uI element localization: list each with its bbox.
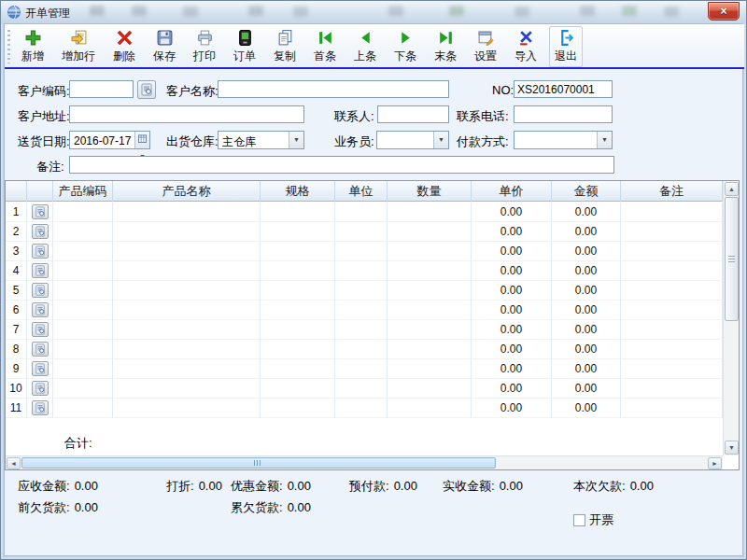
quantity-cell[interactable]	[388, 261, 472, 281]
product-code-cell[interactable]	[53, 340, 113, 359]
customer-name-input[interactable]	[218, 80, 449, 98]
remark-cell[interactable]	[621, 359, 723, 379]
remark-cell[interactable]	[621, 203, 723, 222]
product-name-cell[interactable]	[113, 359, 261, 379]
row-browse-button[interactable]	[32, 400, 49, 415]
unit-price-cell[interactable]: 0.00	[472, 261, 552, 281]
unit-price-cell[interactable]: 0.00	[472, 379, 552, 399]
amount-cell[interactable]: 0.00	[552, 399, 621, 418]
product-code-cell[interactable]	[53, 399, 113, 418]
product-code-cell[interactable]	[53, 320, 113, 340]
amount-cell[interactable]: 0.00	[552, 301, 621, 320]
row-browse-button[interactable]	[32, 263, 49, 278]
payment-method-select[interactable]: ▼	[514, 131, 613, 149]
amount-cell[interactable]: 0.00	[552, 261, 621, 281]
spec-cell[interactable]	[261, 359, 335, 379]
remark-input[interactable]	[69, 156, 614, 174]
toolbar-button-print[interactable]: 打印	[188, 26, 221, 67]
row-browse-button[interactable]	[32, 361, 49, 376]
product-name-cell[interactable]	[113, 281, 261, 301]
row-browse-button[interactable]	[32, 342, 49, 357]
unit-cell[interactable]	[335, 379, 388, 399]
product-code-cell[interactable]	[53, 261, 113, 281]
product-name-cell[interactable]	[113, 320, 261, 340]
spec-cell[interactable]	[261, 320, 335, 340]
row-browse-button[interactable]	[32, 381, 49, 396]
remark-cell[interactable]	[621, 399, 723, 418]
toolbar-button-new[interactable]: 新增	[16, 26, 49, 67]
quantity-cell[interactable]	[388, 399, 472, 418]
remark-cell[interactable]	[621, 301, 723, 320]
product-name-cell[interactable]	[113, 379, 261, 399]
product-code-cell[interactable]	[53, 359, 113, 379]
quantity-cell[interactable]	[388, 340, 472, 359]
customer-lookup-button[interactable]	[137, 80, 156, 99]
chevron-down-icon[interactable]: ▼	[597, 132, 612, 148]
unit-price-cell[interactable]: 0.00	[472, 320, 552, 340]
remark-cell[interactable]	[621, 281, 723, 301]
spec-cell[interactable]	[261, 261, 335, 281]
customer-code-input[interactable]	[69, 80, 134, 98]
spec-cell[interactable]	[261, 379, 335, 399]
remark-cell[interactable]	[621, 242, 723, 261]
toolbar-button-delete[interactable]: 删除	[107, 26, 141, 67]
close-button[interactable]: ×	[708, 2, 740, 21]
horizontal-scroll-thumb[interactable]	[21, 457, 496, 469]
remark-cell[interactable]	[621, 222, 723, 242]
vertical-scroll-thumb[interactable]	[725, 197, 739, 321]
phone-input[interactable]	[514, 105, 613, 123]
toolbar-button-first[interactable]: 首条	[308, 26, 342, 67]
contact-input[interactable]	[377, 105, 449, 123]
remark-cell[interactable]	[621, 340, 723, 359]
unit-cell[interactable]	[335, 242, 388, 261]
unit-cell[interactable]	[335, 281, 388, 301]
amount-cell[interactable]: 0.00	[552, 242, 621, 261]
product-code-cell[interactable]	[53, 222, 113, 242]
toolbar-button-last[interactable]: 末条	[429, 26, 462, 67]
unit-cell[interactable]	[335, 261, 388, 281]
quantity-cell[interactable]	[388, 242, 472, 261]
amount-cell[interactable]: 0.00	[552, 222, 621, 242]
unit-price-cell[interactable]: 0.00	[472, 340, 552, 359]
toolbar-button-save[interactable]: 保存	[148, 26, 181, 67]
unit-price-cell[interactable]: 0.00	[472, 222, 552, 242]
toolbar-button-next[interactable]: 下条	[388, 26, 422, 67]
row-browse-button[interactable]	[32, 224, 49, 239]
spec-cell[interactable]	[261, 301, 335, 320]
row-browse-button[interactable]	[32, 322, 49, 337]
quantity-cell[interactable]	[388, 281, 472, 301]
product-name-cell[interactable]	[113, 399, 261, 418]
row-browse-button[interactable]	[32, 204, 49, 219]
row-browse-button[interactable]	[32, 244, 49, 259]
product-name-cell[interactable]	[113, 203, 261, 222]
quantity-cell[interactable]	[388, 359, 472, 379]
row-browse-button[interactable]	[32, 283, 49, 298]
product-name-cell[interactable]	[113, 261, 261, 281]
spec-cell[interactable]	[261, 399, 335, 418]
amount-cell[interactable]: 0.00	[552, 359, 621, 379]
invoice-checkbox[interactable]	[573, 514, 585, 526]
amount-cell[interactable]: 0.00	[552, 281, 621, 301]
unit-price-cell[interactable]: 0.00	[472, 203, 552, 222]
title-bar[interactable]: 开单管理 ×	[1, 1, 747, 23]
spec-cell[interactable]	[261, 203, 335, 222]
unit-price-cell[interactable]: 0.00	[472, 281, 552, 301]
spec-cell[interactable]	[261, 340, 335, 359]
amount-cell[interactable]: 0.00	[552, 203, 621, 222]
unit-cell[interactable]	[335, 399, 388, 418]
remark-cell[interactable]	[621, 379, 723, 399]
unit-cell[interactable]	[335, 222, 388, 242]
unit-cell[interactable]	[335, 203, 388, 222]
delivery-date-picker[interactable]: 2016-07-17 ▼	[69, 131, 150, 149]
quantity-cell[interactable]	[388, 320, 472, 340]
toolbar-button-settings[interactable]: 设置	[469, 26, 502, 67]
spec-cell[interactable]	[261, 222, 335, 242]
remark-cell[interactable]	[621, 261, 723, 281]
scroll-down-icon[interactable]: ▼	[725, 441, 739, 455]
spec-cell[interactable]	[261, 242, 335, 261]
toolbar-button-add-row[interactable]: 增加行	[56, 26, 101, 67]
chevron-down-icon[interactable]: ▼	[289, 132, 303, 148]
unit-cell[interactable]	[335, 320, 388, 340]
product-name-cell[interactable]	[113, 340, 261, 359]
quantity-cell[interactable]	[388, 222, 472, 242]
